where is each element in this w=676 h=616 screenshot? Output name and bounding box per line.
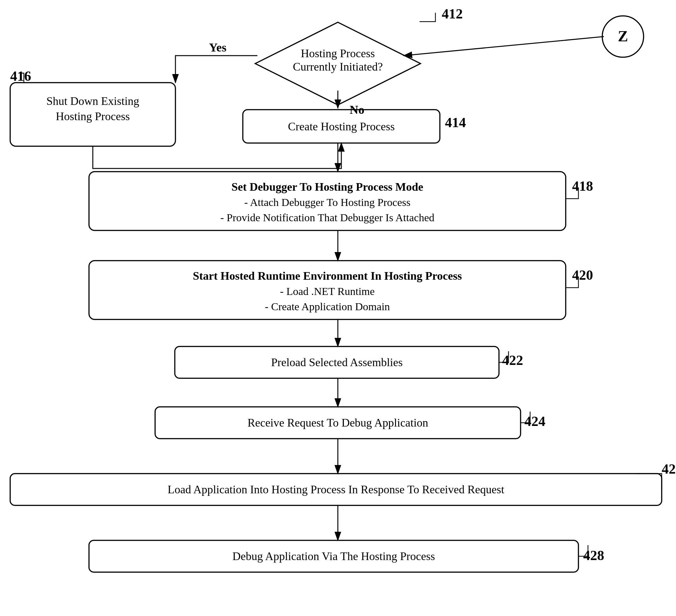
svg-text:- Provide Notification That De: - Provide Notification That Debugger Is …: [220, 212, 435, 223]
svg-text:- Load .NET Runtime: - Load .NET Runtime: [280, 285, 375, 297]
svg-text:Preload Selected Assemblies: Preload Selected Assemblies: [271, 356, 403, 369]
svg-text:Yes: Yes: [209, 41, 227, 54]
svg-line-1: [404, 37, 604, 56]
svg-text:Hosting Process: Hosting Process: [301, 47, 375, 60]
diagram-container: Hosting Process Currently Initiated? 412…: [0, 0, 676, 616]
svg-text:Start Hosted Runtime Environme: Start Hosted Runtime Environment In Host…: [193, 270, 462, 282]
svg-text:Debug Application Via The Host: Debug Application Via The Hosting Proces…: [232, 550, 435, 563]
svg-text:- Create Application Domain: - Create Application Domain: [265, 301, 390, 313]
svg-text:426: 426: [662, 461, 676, 477]
svg-text:422: 422: [502, 352, 523, 368]
svg-text:418: 418: [572, 178, 593, 194]
svg-text:Receive Request To Debug Appli: Receive Request To Debug Application: [247, 416, 429, 429]
svg-text:Shut Down Existing: Shut Down Existing: [46, 95, 139, 107]
svg-text:416: 416: [10, 68, 31, 84]
flowchart-svg: Hosting Process Currently Initiated? 412…: [0, 0, 676, 616]
svg-text:Create Hosting Process: Create Hosting Process: [288, 120, 395, 133]
svg-text:- Attach Debugger To Hosting P: - Attach Debugger To Hosting Process: [244, 197, 411, 208]
svg-text:Z: Z: [618, 27, 628, 45]
svg-text:428: 428: [583, 548, 604, 563]
svg-text:412: 412: [442, 6, 463, 21]
svg-text:Hosting Process: Hosting Process: [56, 110, 130, 123]
svg-text:424: 424: [524, 413, 545, 429]
svg-text:420: 420: [572, 267, 593, 283]
svg-text:Currently Initiated?: Currently Initiated?: [293, 60, 383, 73]
svg-text:Set Debugger To Hosting Proces: Set Debugger To Hosting Process Mode: [231, 180, 423, 193]
svg-text:414: 414: [445, 115, 466, 130]
svg-text:Load Application Into Hosting : Load Application Into Hosting Process In…: [167, 483, 504, 496]
